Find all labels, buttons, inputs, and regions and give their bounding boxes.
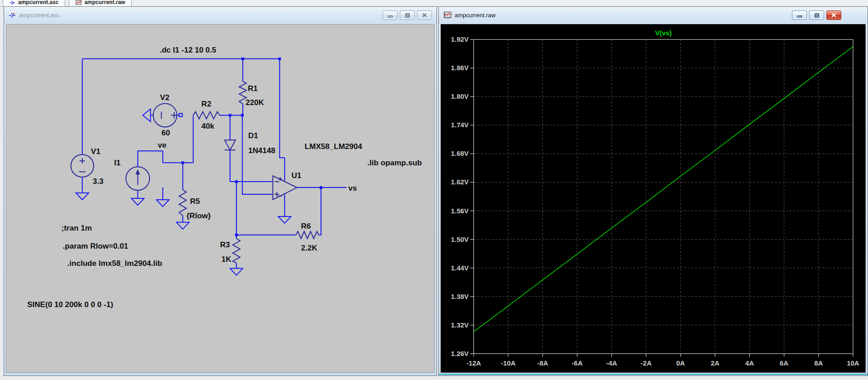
component-r2[interactable]	[193, 111, 220, 119]
schematic-tab-icon	[10, 0, 15, 5]
y-tick-label: 1.38V	[451, 293, 469, 300]
v1-value-label[interactable]: 3.3	[93, 177, 104, 186]
tab-label: ampcurrent.asc	[18, 0, 58, 5]
schematic-window-controls	[383, 10, 432, 20]
y-tick-label: 1.80V	[451, 92, 469, 100]
tab-label: ampcurrent.raw	[84, 0, 125, 5]
y-tick-label: 1.62V	[451, 178, 469, 186]
schematic-window-title: ampcurrent.asc	[19, 12, 60, 19]
close-button[interactable]	[826, 10, 841, 20]
component-r6[interactable]	[296, 231, 319, 239]
plot-border	[474, 39, 853, 354]
close-button[interactable]	[417, 10, 432, 20]
minimize-icon	[797, 13, 802, 18]
y-tick-label: 1.32V	[451, 321, 469, 329]
x-tick-label: 6A	[780, 359, 788, 367]
schematic-window: ampcurrent.asc	[4, 6, 437, 376]
d1-value-label[interactable]: 1N4148	[248, 146, 275, 155]
minimize-button[interactable]	[383, 10, 398, 20]
component-r5[interactable]	[179, 190, 187, 216]
tab-ampcurrent-raw[interactable]: ampcurrent.raw	[69, 0, 132, 7]
x-tick-label: 8A	[814, 359, 823, 367]
minimize-icon	[388, 13, 393, 18]
x-tick-label: -4A	[606, 359, 617, 367]
close-icon	[831, 13, 836, 17]
y-tick-label: 1.56V	[451, 207, 469, 214]
waveform-window-title: ampcurrent.raw	[455, 12, 495, 19]
include-directive-text[interactable]: .include lmx58_lm2904.lib	[67, 259, 163, 268]
close-icon	[422, 13, 427, 17]
x-tick-label: 4A	[745, 359, 754, 367]
y-tick-label: 1.86V	[451, 64, 469, 72]
i1-name-label[interactable]: I1	[114, 159, 120, 167]
x-tick-label: -12A	[466, 359, 481, 367]
u1-name-label[interactable]: U1	[292, 171, 302, 180]
ltspice-workspace: { "tab_bar": { "tabs": [ {"label": "ampc…	[0, 0, 868, 380]
component-v1[interactable]	[71, 154, 94, 177]
restore-icon	[405, 13, 410, 18]
r6-name-label[interactable]: R6	[301, 222, 311, 231]
r3-name-label[interactable]: R3	[220, 241, 230, 249]
waveform-window: ampcurrent.raw -12A-10A-8A-6A-4A-2A0A2A4…	[438, 6, 868, 376]
net-label-vs[interactable]: vs	[348, 184, 357, 192]
minimize-button[interactable]	[792, 10, 807, 20]
x-tick-label: 10A	[847, 359, 859, 367]
component-i1[interactable]	[126, 167, 149, 190]
r6-value-label[interactable]: 2.2K	[301, 244, 318, 252]
v2-value-label[interactable]: 60	[161, 129, 170, 137]
r1-name-label[interactable]: R1	[248, 84, 258, 93]
y-tick-label: 1.74V	[451, 121, 469, 129]
tab-ampcurrent-asc[interactable]: ampcurrent.asc	[3, 0, 65, 7]
restore-button[interactable]	[809, 10, 824, 20]
r3-value-label[interactable]: 1K	[221, 255, 232, 264]
r5-value-label[interactable]: {Rlow}	[187, 212, 211, 220]
sine-text[interactable]: SINE(0 10 200k 0 0 0 -1)	[27, 300, 113, 309]
x-tick-label: -10A	[501, 359, 516, 367]
lib-directive-text[interactable]: .lib opamp.sub	[367, 159, 422, 167]
y-tick-label: 1.26V	[451, 350, 469, 357]
document-tab-bar: ampcurrent.asc ampcurrent.raw	[0, 0, 868, 7]
schematic-titlebar[interactable]: ampcurrent.asc	[4, 7, 436, 24]
waveform-icon	[443, 12, 451, 19]
r2-name-label[interactable]: R2	[201, 100, 211, 108]
x-tick-label: -6A	[572, 359, 583, 367]
y-tick-label: 1.92V	[451, 35, 469, 43]
schematic-drawing: V1 3.3 V2 60 I1 R1 220K R2 40k R5 {Rlow}…	[6, 24, 434, 372]
x-tick-label: 2A	[711, 359, 719, 367]
y-tick-label: 1.44V	[451, 264, 469, 272]
r2-value-label[interactable]: 40k	[201, 122, 215, 130]
trace-V(vs)	[474, 47, 853, 332]
component-r3[interactable]	[233, 239, 240, 263]
r5-name-label[interactable]: R5	[190, 197, 200, 206]
tran-directive-text[interactable]: ;tran 1m	[62, 224, 92, 232]
waveform-plot[interactable]: -12A-10A-8A-6A-4A-2A0A2A4A6A8A10A1.26V1.…	[441, 24, 865, 372]
net-label-ve[interactable]: ve	[158, 141, 166, 149]
x-tick-label: 0A	[676, 359, 685, 367]
r1-value-label[interactable]: 220K	[245, 98, 264, 107]
schematic-canvas[interactable]: V1 3.3 V2 60 I1 R1 220K R2 40k R5 {Rlow}…	[6, 24, 435, 373]
waveform-pane[interactable]: -12A-10A-8A-6A-4A-2A0A2A4A6A8A10A1.26V1.…	[441, 24, 866, 373]
schematic-icon	[9, 12, 16, 19]
trace-title[interactable]: V(vs)	[655, 29, 672, 37]
waveform-window-controls	[792, 10, 841, 20]
restore-button[interactable]	[400, 10, 415, 20]
y-tick-label: 1.68V	[451, 149, 469, 157]
waveform-tab-icon	[76, 0, 82, 5]
d1-name-label[interactable]: D1	[248, 131, 258, 140]
y-tick-label: 1.50V	[451, 236, 469, 243]
x-tick-label: -8A	[537, 359, 548, 367]
param-directive-text[interactable]: .param Rlow=0.01	[63, 242, 129, 250]
waveform-titlebar[interactable]: ampcurrent.raw	[439, 7, 868, 24]
dc-directive-text[interactable]: .dc I1 -12 10 0.5	[159, 46, 216, 54]
component-d1[interactable]	[225, 140, 235, 150]
opamp-model-label[interactable]: LMX58_LM2904	[305, 142, 363, 151]
window-bottom-accent	[439, 374, 868, 375]
v1-name-label[interactable]: V1	[91, 147, 101, 156]
restore-icon	[814, 13, 820, 18]
v2-name-label[interactable]: V2	[160, 93, 169, 102]
x-tick-label: -2A	[641, 359, 652, 367]
